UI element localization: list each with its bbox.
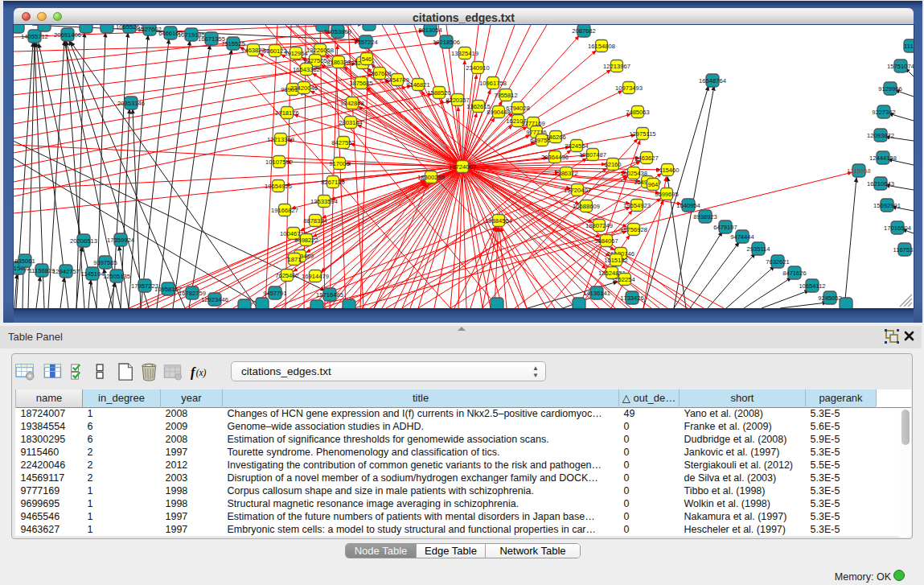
- svg-text:6479197: 6479197: [713, 224, 737, 231]
- svg-text:10961758: 10961758: [479, 80, 507, 87]
- svg-text:10973493: 10973493: [615, 84, 643, 92]
- svg-text:9245052: 9245052: [818, 295, 842, 302]
- svg-text:20364436: 20364436: [541, 154, 569, 161]
- svg-text:6794028: 6794028: [506, 105, 530, 112]
- svg-text:2087682: 2087682: [572, 27, 596, 35]
- svg-text:1215958: 1215958: [847, 167, 871, 175]
- svg-text:12975115: 12975115: [629, 130, 655, 138]
- svg-text:17359924: 17359924: [107, 237, 134, 244]
- svg-text:19384554: 19384554: [485, 217, 512, 225]
- svg-text:3875685: 3875685: [349, 80, 373, 87]
- svg-text:746266: 746266: [545, 134, 565, 141]
- svg-text:16053809: 16053809: [324, 28, 351, 35]
- svg-text:9242848: 9242848: [340, 100, 364, 107]
- svg-text:1615132: 1615132: [604, 257, 628, 264]
- svg-text:9129966: 9129966: [878, 85, 902, 93]
- svg-text:8186328: 8186328: [326, 59, 351, 66]
- svg-text:19756928: 19756928: [620, 226, 647, 233]
- svg-text:15716485: 15716485: [316, 291, 343, 299]
- svg-text:2340910: 2340910: [466, 64, 490, 72]
- svg-text:18807249: 18807249: [585, 222, 613, 229]
- svg-text:16543382: 16543382: [293, 66, 320, 73]
- svg-text:9397585: 9397585: [93, 259, 117, 266]
- svg-text:19218506: 19218506: [433, 39, 460, 46]
- svg-text:16914479: 16914479: [302, 273, 329, 280]
- svg-text:19654923: 19654923: [623, 202, 651, 209]
- svg-text:2803144: 2803144: [339, 119, 363, 126]
- svg-text:7463822: 7463822: [241, 47, 265, 54]
- svg-text:12444158: 12444158: [869, 154, 897, 162]
- svg-text:546: 546: [362, 56, 372, 63]
- svg-text:62160: 62160: [604, 161, 621, 168]
- svg-text:20206513: 20206513: [70, 237, 97, 245]
- svg-text:10958107: 10958107: [154, 286, 182, 293]
- svg-text:20691406: 20691406: [54, 31, 81, 39]
- svg-text:15720407: 15720407: [564, 187, 591, 194]
- svg-text:12093872: 12093872: [867, 132, 894, 139]
- svg-text:12213369: 12213369: [267, 136, 294, 143]
- svg-text:1145194: 1145194: [81, 270, 105, 278]
- svg-text:1112: 1112: [904, 43, 914, 50]
- svg-text:3824554: 3824554: [565, 142, 589, 150]
- svg-text:917006: 917006: [329, 160, 349, 167]
- svg-text:7625402: 7625402: [275, 272, 299, 279]
- svg-text:8938923: 8938923: [693, 213, 717, 220]
- svg-text:14136141: 14136141: [583, 290, 610, 297]
- svg-text:1640954: 1640954: [676, 202, 700, 209]
- svg-text:8813054: 8813054: [418, 27, 442, 34]
- svg-text:8267130: 8267130: [321, 179, 345, 186]
- svg-text:9699695: 9699695: [655, 191, 679, 198]
- svg-text:7485063: 7485063: [626, 109, 650, 116]
- svg-text:9474444: 9474444: [730, 233, 754, 241]
- svg-text:15692901: 15692901: [873, 202, 901, 209]
- svg-text:10807487: 10807487: [579, 151, 606, 159]
- svg-text:15751074: 15751074: [887, 63, 914, 70]
- svg-text:18724007: 18724007: [449, 163, 476, 171]
- svg-text:8878334: 8878334: [303, 217, 327, 225]
- svg-text:12942757: 12942757: [52, 268, 80, 275]
- svg-text:20353346: 20353346: [117, 100, 145, 107]
- svg-text:835061: 835061: [14, 257, 35, 265]
- svg-text:10688609: 10688609: [573, 203, 600, 210]
- svg-text:3912954: 3912954: [284, 50, 308, 57]
- svg-text:964: 964: [648, 181, 659, 188]
- svg-text:8471626: 8471626: [782, 270, 807, 277]
- svg-text:3684067: 3684067: [594, 237, 618, 245]
- svg-text:12505135: 12505135: [103, 273, 130, 280]
- svg-text:9115460: 9115460: [656, 167, 680, 174]
- svg-text:7955812: 7955812: [494, 92, 518, 99]
- svg-text:17016504: 17016504: [884, 225, 911, 232]
- svg-text:7632621: 7632621: [766, 258, 790, 266]
- svg-text:2935114: 2935114: [747, 245, 770, 253]
- svg-text:1871: 1871: [288, 256, 302, 263]
- svg-text:9463627: 9463627: [634, 154, 659, 162]
- svg-text:7386372: 7386372: [554, 170, 578, 177]
- svg-text:7357224: 7357224: [354, 39, 378, 46]
- svg-text:19654925: 19654925: [265, 183, 292, 190]
- svg-text:13325419: 13325419: [451, 50, 478, 57]
- svg-text:16210643: 16210643: [867, 180, 894, 187]
- svg-text:10107552: 10107552: [265, 159, 293, 166]
- svg-text:18300295: 18300295: [417, 174, 445, 181]
- svg-text:9227342: 9227342: [872, 109, 896, 116]
- svg-text:13533594: 13533594: [310, 198, 338, 205]
- svg-text:19166827: 19166827: [271, 207, 298, 214]
- svg-text:23420046: 23420046: [290, 84, 318, 92]
- svg-text:12923446: 12923446: [201, 296, 228, 303]
- svg-text:16154808: 16154808: [588, 43, 615, 50]
- svg-text:2718176: 2718176: [275, 109, 299, 117]
- svg-text:9457791: 9457791: [263, 290, 287, 297]
- svg-text:252254: 252254: [614, 276, 634, 283]
- svg-text:8427552: 8427552: [331, 139, 355, 146]
- svg-text:9146821: 9146821: [406, 81, 430, 89]
- svg-text:(x): (x): [196, 368, 207, 378]
- svg-text:1588520: 1588520: [427, 89, 451, 97]
- svg-text:9498222: 9498222: [294, 237, 318, 244]
- svg-text:10654112: 10654112: [799, 282, 825, 290]
- svg-text:13226058: 13226058: [306, 47, 334, 54]
- svg-text:14055712: 14055712: [21, 33, 48, 40]
- svg-text:12213967: 12213967: [603, 63, 630, 70]
- svg-text:16548764: 16548764: [699, 77, 726, 84]
- svg-text:1167533: 1167533: [893, 246, 914, 253]
- svg-text:1733426: 1733426: [620, 295, 644, 302]
